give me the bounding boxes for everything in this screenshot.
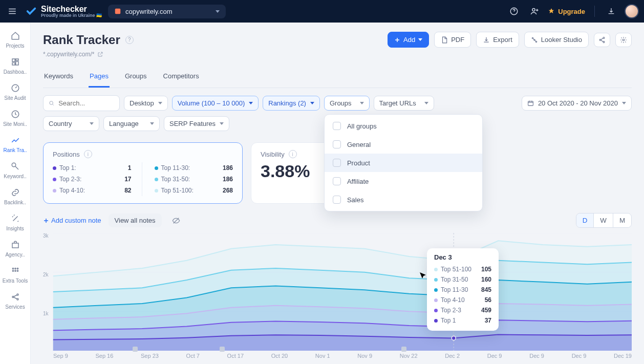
svg-point-6 [12,268,13,269]
info-icon[interactable]: i [289,150,297,158]
tab-keywords[interactable]: Keywords [43,67,74,88]
filters-row-1: Desktop Volume (100 – 10 000) Rankings (… [43,95,632,111]
visibility-title: Visibility [261,151,285,158]
svg-rect-0 [115,9,121,14]
groups-option-affiliate[interactable]: Affiliate [325,172,482,190]
sidebar-item-projects[interactable]: Projects [0,27,30,53]
svg-point-15 [532,37,533,38]
groups-dropdown-menu: All groupsGeneralProductAffiliateSales [324,114,483,211]
position-row: Top 51-100:268 [155,185,233,196]
tab-groups[interactable]: Groups [124,67,148,88]
country-filter[interactable]: Country [43,116,99,131]
add-custom-note-link[interactable]: Add custom note [43,217,101,224]
page-header: Rank Tracker ? Add PDF Export Looker Stu… [43,32,632,48]
add-button[interactable]: Add [388,32,429,48]
rank-icon [10,135,20,145]
granularity-m[interactable]: M [613,213,631,227]
chevron-down-icon [216,10,220,13]
share-button[interactable] [594,33,610,47]
info-icon[interactable]: ? [125,36,134,44]
svg-point-12 [12,296,14,298]
tab-pages[interactable]: Pages [89,67,110,88]
sidebar-item-rank-tra-[interactable]: Rank Tra.. [0,131,30,157]
serp-features-filter[interactable]: SERP Features [164,116,229,131]
sidebar-item-insights[interactable]: Insights [0,209,30,235]
chevron-down-icon [418,38,422,41]
chevron-down-icon [158,102,162,104]
view-all-notes-button[interactable]: View all notes [109,213,162,227]
granularity-d[interactable]: D [576,213,594,227]
groups-option-general[interactable]: General [325,135,482,154]
sidebar-item-agency-[interactable]: Agency.. [0,235,30,262]
sidebar: ProjectsDashboa..Site AuditSite Moni..Ra… [0,23,31,364]
note-marker[interactable] [133,347,138,352]
position-row: Top 1:1 [53,162,132,174]
checkbox-icon [333,177,341,185]
page-title: Rank Tracker [43,33,120,47]
upgrade-button[interactable]: Upgrade [548,8,585,15]
project-selector[interactable]: copywritely.com [108,5,226,18]
position-row: Top 4-10:82 [53,185,132,196]
sidebar-item-site-audit[interactable]: Site Audit [0,79,30,105]
svg-point-14 [17,298,18,300]
checkbox-icon [333,196,341,204]
groups-option-product[interactable]: Product [325,154,482,172]
settings-button[interactable] [615,33,632,47]
external-link-icon[interactable] [97,51,103,57]
device-filter[interactable]: Desktop [124,96,168,111]
pdf-button[interactable]: PDF [434,32,471,48]
export-button[interactable]: Export [476,32,519,48]
svg-point-22 [50,101,53,105]
hide-notes-icon[interactable] [169,213,183,228]
info-icon[interactable]: i [84,150,92,158]
scope: *.copywritely.com/* [43,51,632,58]
svg-point-21 [622,39,625,41]
volume-filter[interactable]: Volume (100 – 10 000) [172,96,259,111]
bag-icon [10,240,20,250]
groups-option-sales[interactable]: Sales [325,190,482,209]
grid-icon [10,266,20,276]
search-icon [49,100,54,106]
note-marker[interactable] [220,347,225,352]
position-row: Top 31-50:186 [155,174,233,185]
language-filter[interactable]: Language [103,116,160,131]
avatar[interactable] [625,4,639,18]
cursor-icon [420,272,644,364]
monitor-icon [10,109,20,119]
sidebar-item-services[interactable]: Services [0,288,30,314]
checkbox-icon [333,159,341,167]
target-urls-filter[interactable]: Target URLs [374,96,434,111]
svg-point-10 [14,270,15,271]
groups-option-all-groups[interactable]: All groups [325,117,482,135]
svg-point-11 [17,270,18,271]
granularity-w[interactable]: W [593,213,613,227]
note-marker[interactable] [401,347,406,352]
download-icon[interactable] [604,4,618,18]
positions-title: Positions [53,151,80,158]
add-user-icon[interactable] [527,4,542,18]
looker-studio-button[interactable]: Looker Studio [524,32,589,48]
sidebar-item-keyword-[interactable]: Keyword.. [0,157,30,183]
sidebar-item-extra-tools[interactable]: Extra Tools [0,262,30,288]
groups-filter[interactable]: Groups [324,96,370,111]
sidebar-item-dashboa-[interactable]: Dashboa.. [0,53,30,79]
hamburger-menu-icon[interactable] [5,4,19,18]
sidebar-item-site-moni-[interactable]: Site Moni.. [0,105,30,131]
chevron-down-icon [220,122,224,125]
sidebar-item-backlink-[interactable]: Backlink.. [0,183,30,209]
rankings-filter[interactable]: Rankings (2) [263,96,320,111]
search-input[interactable] [43,95,120,111]
link-icon [10,187,20,198]
tabs: KeywordsPagesGroupsCompetitors [43,67,632,88]
key-icon [10,161,20,172]
date-range-filter[interactable]: 20 Oct 2020 - 20 Nov 2020 [522,96,632,111]
positions-card[interactable]: Positions i Top 1:1Top 2-3:17Top 4-10:82… [43,142,243,204]
svg-point-13 [17,294,18,295]
help-icon[interactable] [507,4,521,18]
position-row: Top 11-30:186 [155,162,233,174]
brand[interactable]: Sitechecker Proudly made in Ukraine 🇺🇦 [26,5,102,18]
tab-competitors[interactable]: Competitors [162,67,200,88]
checkbox-icon [333,122,341,130]
brand-tagline: Proudly made in Ukraine 🇺🇦 [41,13,102,18]
position-row: Top 2-3:17 [53,174,132,185]
